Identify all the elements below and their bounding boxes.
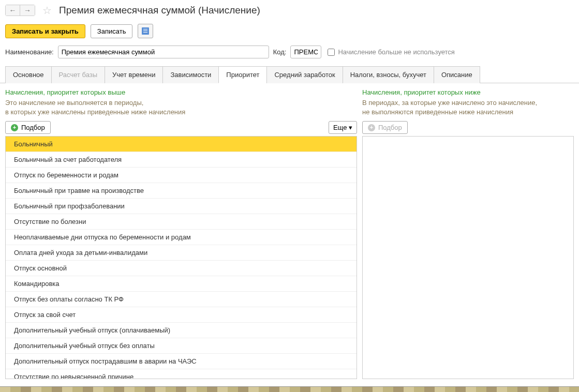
footer-strip xyxy=(0,386,579,392)
favorite-star-icon[interactable]: ☆ xyxy=(42,4,52,17)
list-item[interactable]: Больничный за счет работодателя xyxy=(6,152,357,168)
tab-desc[interactable]: Описание xyxy=(434,66,480,83)
list-item[interactable]: Командировка xyxy=(6,276,357,292)
unused-checkbox[interactable] xyxy=(328,49,335,56)
pick-higher-label: Подбор xyxy=(21,124,45,131)
higher-priority-list[interactable]: БольничныйБольничный за счет работодател… xyxy=(5,136,357,379)
save-close-button[interactable]: Записать и закрыть xyxy=(5,24,85,38)
tab-avg[interactable]: Средний заработок xyxy=(266,66,343,83)
list-item[interactable]: Неоплачиваемые дни отпуска по беременнос… xyxy=(6,230,357,245)
lower-priority-title: Начисления, приоритет которых ниже xyxy=(362,88,574,96)
code-label: Код: xyxy=(273,48,287,56)
save-button[interactable]: Записать xyxy=(91,24,133,38)
tab-tax[interactable]: Налоги, взносы, бухучет xyxy=(343,66,434,83)
higher-priority-title: Начисления, приоритет которых выше xyxy=(5,88,357,96)
list-icon xyxy=(142,27,149,35)
list-item[interactable]: Больничный при травме на производстве xyxy=(6,183,357,199)
tab-time[interactable]: Учет времени xyxy=(105,66,163,83)
tab-main[interactable]: Основное xyxy=(5,66,52,83)
plus-icon: + xyxy=(11,124,18,131)
lower-priority-desc: В периодах, за которые уже начислено это… xyxy=(362,98,574,117)
tab-strip: ОсновноеРасчет базыУчет времениЗависимос… xyxy=(0,66,579,83)
list-item[interactable]: Отпуск по беременности и родам xyxy=(6,168,357,183)
forward-button[interactable]: → xyxy=(20,5,35,16)
list-item[interactable]: Отпуск основной xyxy=(6,261,357,276)
name-label: Наименование: xyxy=(5,48,54,56)
list-button[interactable] xyxy=(138,24,153,38)
tab-priority[interactable]: Приоритет xyxy=(218,66,267,83)
higher-priority-desc: Это начисление не выполняется в периоды,… xyxy=(5,98,357,117)
list-item[interactable]: Отсутствие по болезни xyxy=(6,214,357,230)
name-input[interactable] xyxy=(58,46,269,58)
plus-icon-disabled: + xyxy=(368,124,375,131)
pick-lower-button[interactable]: + Подбор xyxy=(362,121,408,134)
list-item[interactable]: Дополнительный учебный отпуск без оплаты xyxy=(6,338,357,354)
pick-lower-label: Подбор xyxy=(378,124,402,131)
list-item[interactable]: Отпуск за свой счет xyxy=(6,307,357,323)
back-button[interactable]: ← xyxy=(6,5,20,16)
code-input[interactable] xyxy=(290,46,321,58)
list-item[interactable]: Отпуск без оплаты согласно ТК РФ xyxy=(6,292,357,307)
unused-checkbox-wrap[interactable]: Начисление больше не используется xyxy=(328,48,454,56)
list-item[interactable]: Оплата дней ухода за детьми-инвалидами xyxy=(6,245,357,261)
list-item[interactable]: Больничный xyxy=(6,137,357,152)
list-item[interactable]: Отсутствие по невыясненной причине xyxy=(6,369,357,379)
nav-buttons: ← → xyxy=(5,5,35,16)
unused-checkbox-label: Начисление больше не используется xyxy=(338,48,454,56)
list-item[interactable]: Дополнительный учебный отпуск (оплачивае… xyxy=(6,323,357,338)
tab-deps[interactable]: Зависимости xyxy=(162,66,219,83)
tab-base: Расчет базы xyxy=(51,66,106,83)
pick-higher-button[interactable]: + Подбор xyxy=(5,121,51,134)
list-item[interactable]: Больничный при профзаболевании xyxy=(6,199,357,214)
more-button[interactable]: Еще ▾ xyxy=(329,121,357,134)
lower-priority-list[interactable] xyxy=(362,136,574,379)
list-item[interactable]: Дополнительный отпуск пострадавшим в ава… xyxy=(6,354,357,369)
page-title: Премия ежемесячная суммой (Начисление) xyxy=(59,5,260,16)
